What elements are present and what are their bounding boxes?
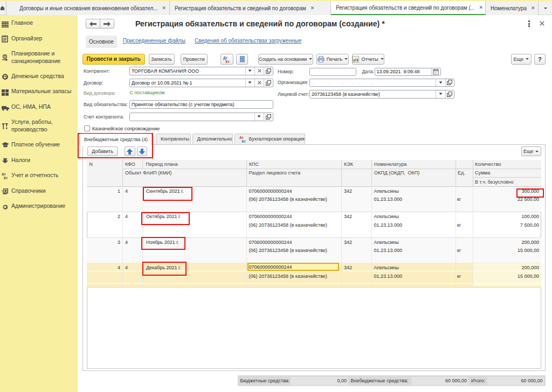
- svg-text:Кт: Кт: [4, 176, 8, 179]
- svg-text:Ат: Ат: [239, 136, 244, 139]
- svg-text:Кт: Кт: [226, 59, 230, 63]
- svg-text:Ат: Ат: [2, 172, 6, 176]
- svg-text:Кт: Кт: [242, 139, 245, 143]
